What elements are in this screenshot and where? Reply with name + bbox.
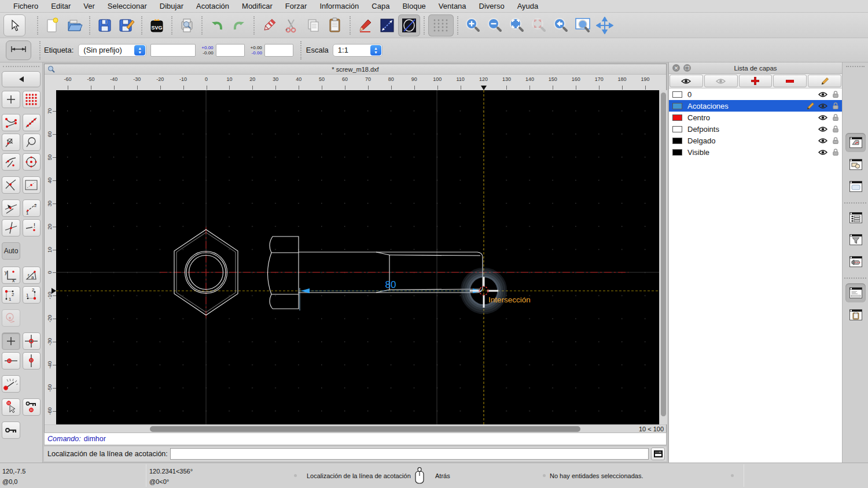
auto-snap-button[interactable]: Auto [2, 242, 20, 260]
menu-dibujar[interactable]: Dibujar [153, 0, 190, 12]
hide-all-layers-button[interactable] [704, 75, 738, 87]
zoom-window-icon[interactable] [572, 14, 594, 36]
redo-icon[interactable] [228, 14, 250, 36]
dock-library-icon[interactable] [845, 177, 866, 196]
menu-ayuda[interactable]: Ayuda [511, 0, 545, 12]
horizontal-restriction-icon[interactable] [2, 352, 20, 369]
save-icon[interactable] [94, 14, 116, 36]
menu-ventana[interactable]: Ventana [432, 0, 473, 12]
absolute-corner-12-icon[interactable]: 12 [23, 286, 41, 304]
drawing-canvas[interactable]: 80 [56, 90, 659, 424]
zoom-back-icon[interactable] [550, 14, 572, 36]
layer-visibility-eye-icon[interactable] [816, 91, 829, 98]
dimension-square-icon[interactable] [376, 14, 398, 36]
menu-bloque[interactable]: Bloque [396, 0, 432, 12]
layer-row-delgado[interactable]: Delgado [669, 135, 842, 146]
zoom-in-icon[interactable] [462, 14, 484, 36]
menu-capa[interactable]: Capa [365, 0, 396, 12]
layer-lock-icon[interactable] [829, 125, 842, 133]
close-icon[interactable]: ✕ [672, 64, 680, 72]
layer-color-swatch[interactable] [672, 138, 682, 144]
select-arrow-icon[interactable] [3, 14, 25, 36]
menu-fichero[interactable]: Fichero [7, 0, 45, 12]
layer-color-swatch[interactable] [672, 149, 682, 156]
snap-intersection-icon[interactable] [2, 176, 20, 194]
lock-relative-zero-icon[interactable] [23, 398, 41, 416]
layer-visibility-eye-icon[interactable] [816, 149, 829, 156]
label-input[interactable] [150, 44, 196, 57]
cut-scissors-icon[interactable]: + [280, 14, 302, 36]
snap-endpoints-icon[interactable] [2, 114, 20, 131]
angle-gauge-icon[interactable] [2, 375, 20, 393]
remove-layer-button[interactable] [773, 75, 807, 87]
vertical-restriction-icon[interactable] [23, 352, 41, 369]
paste-clipboard-icon[interactable] [324, 14, 346, 36]
snap-center-icon[interactable] [23, 153, 41, 171]
layer-color-swatch[interactable] [672, 114, 682, 121]
show-all-layers-button[interactable] [670, 75, 703, 87]
restrict-nothing-icon[interactable] [2, 219, 20, 236]
zoom-auto-icon[interactable] [506, 14, 528, 36]
snap-free-icon[interactable] [2, 91, 20, 108]
horizontal-scrollbar[interactable] [56, 425, 659, 433]
dock-entities-icon[interactable] [845, 208, 866, 227]
copy-icon[interactable] [302, 14, 324, 36]
snap-distance-manual-icon[interactable]: 12 [23, 199, 41, 217]
menu-editar[interactable]: Editar [45, 0, 77, 12]
snap-grid-icon[interactable] [23, 91, 41, 108]
pick-relative-zero-icon[interactable] [2, 398, 20, 416]
set-relative-zero-icon[interactable] [2, 332, 20, 350]
eraser-icon[interactable] [258, 14, 280, 36]
undo-icon[interactable] [206, 14, 228, 36]
restrict-horizontal-icon[interactable]: ! [23, 219, 41, 236]
dock-command-icon[interactable] [845, 283, 866, 302]
lock-layer-icon[interactable] [2, 422, 20, 439]
layer-lock-icon[interactable] [829, 148, 842, 156]
keyboard-toggle-button[interactable] [651, 448, 665, 460]
tolerance-input-1[interactable] [216, 44, 245, 57]
snap-middle-icon[interactable] [23, 134, 41, 151]
layer-visibility-eye-icon[interactable] [816, 126, 829, 132]
layer-lock-icon[interactable] [829, 113, 842, 121]
relative-corner-12-icon[interactable]: 12 [2, 286, 20, 304]
restrict-angle-icon[interactable] [2, 309, 20, 327]
menu-diverso[interactable]: Diverso [473, 0, 511, 12]
add-layer-button[interactable] [739, 75, 773, 87]
escala-select[interactable]: 1:1 ▲▼ [333, 44, 382, 57]
restrict-orthogonal-icon[interactable] [2, 199, 20, 217]
menu-seleccionar[interactable]: Seleccionar [101, 0, 153, 12]
svg-export-icon[interactable]: SVG [146, 14, 168, 36]
vertical-scrollbar[interactable] [659, 90, 667, 424]
menu-modificar[interactable]: Modificar [236, 0, 279, 12]
snap-distance-icon[interactable] [2, 153, 20, 171]
zoom-previous-icon[interactable] [528, 14, 550, 36]
layer-visibility-eye-icon[interactable] [816, 103, 829, 109]
layer-color-swatch[interactable] [672, 91, 682, 98]
open-folder-icon[interactable] [64, 14, 86, 36]
menu-acotacion[interactable]: Acotación [190, 0, 236, 12]
menu-informacion[interactable]: Información [313, 0, 365, 12]
layer-color-swatch[interactable] [672, 126, 682, 132]
document-titlebar[interactable]: * screw_m18.dxf [45, 64, 666, 75]
menu-ver[interactable]: Ver [77, 0, 101, 12]
snap-intersection-manual-icon[interactable] [23, 176, 41, 194]
layer-lock-icon[interactable] [829, 102, 842, 110]
prefix-select[interactable]: (Sin prefijo) ▲▼ [78, 44, 146, 57]
layer-row-centro[interactable]: Centro [669, 112, 842, 123]
dock-layers-icon[interactable] [845, 133, 866, 152]
grid-toggle-icon[interactable] [428, 14, 454, 36]
layer-visibility-eye-icon[interactable] [816, 114, 829, 121]
layer-row-defpoints[interactable]: Defpoints [669, 123, 842, 135]
tolerance-input-2[interactable] [264, 44, 293, 57]
layer-visibility-eye-icon[interactable] [816, 138, 829, 144]
new-file-icon[interactable] [42, 14, 64, 36]
layer-row-0[interactable]: 0 [669, 88, 842, 100]
undock-icon[interactable]: ❐ [683, 64, 691, 72]
command-input[interactable] [170, 448, 649, 460]
zoom-pan-icon[interactable] [594, 14, 616, 36]
menu-forzar[interactable]: Forzar [279, 0, 314, 12]
cartesian-coordinates-icon[interactable]: yx [2, 267, 20, 284]
layer-row-visible[interactable]: Visible [669, 146, 842, 158]
dock-plugins-icon[interactable] [845, 252, 866, 271]
dock-clipboard-icon[interactable] [845, 305, 866, 324]
